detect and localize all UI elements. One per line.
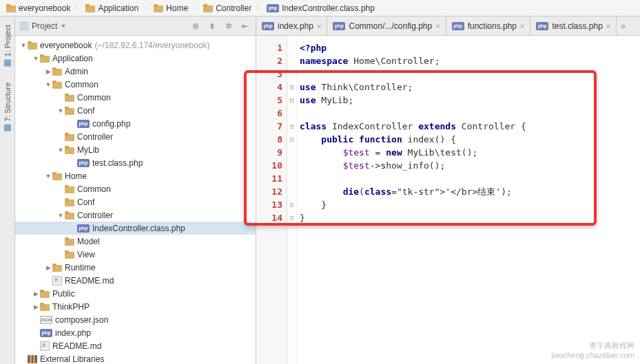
tree-node[interactable]: Application — [15, 52, 256, 65]
chevron-right-icon[interactable] — [32, 290, 40, 297]
tree-node[interactable]: Public — [15, 287, 256, 300]
chevron-right-icon[interactable] — [32, 303, 40, 310]
tree-node[interactable]: phpIndexController.class.php — [15, 222, 256, 235]
collapse-all-icon[interactable]: ⇟ — [206, 20, 218, 32]
line-number[interactable]: 6 — [256, 107, 282, 120]
tree-node[interactable]: Conf — [15, 195, 256, 208]
code-line[interactable]: use MyLib; — [300, 94, 640, 107]
chevron-right-icon[interactable] — [44, 68, 52, 75]
tabs-overflow-button[interactable]: » — [617, 17, 630, 35]
chevron-down-icon[interactable] — [44, 173, 52, 180]
folder-icon — [65, 107, 74, 115]
fold-toggle-icon[interactable]: ⊟ — [287, 81, 296, 94]
editor-tab-functions[interactable]: phpfunctions.php× — [446, 17, 531, 35]
editor-tab-config[interactable]: phpCommon/.../config.php× — [327, 17, 446, 35]
tree-node[interactable]: Common — [15, 91, 256, 104]
line-number[interactable]: 11 — [256, 172, 282, 185]
close-icon[interactable]: × — [520, 22, 524, 30]
fold-column[interactable]: ⊟⊟⊟⊟⊡⊡ — [287, 36, 297, 364]
tree-node[interactable]: Controller — [15, 130, 256, 143]
fold-toggle-icon[interactable]: ⊟ — [287, 133, 296, 146]
chevron-down-icon[interactable] — [56, 107, 65, 114]
code-line[interactable]: public function index() { — [300, 133, 640, 146]
crumb-file[interactable]: phpIndexController.class.php — [265, 3, 377, 13]
fold-empty — [287, 146, 296, 159]
side-tab-project[interactable]: 1: Project — [2, 22, 13, 69]
code-line[interactable]: use Think\Controller; — [300, 81, 640, 94]
crumb-application[interactable]: Application — [83, 3, 141, 13]
close-icon[interactable]: × — [606, 22, 610, 30]
chevron-right-icon[interactable] — [44, 264, 52, 271]
code-line[interactable]: die(class="tk-str">'</br>结束'); — [300, 185, 640, 198]
code-line[interactable]: $test = new MyLib\test(); — [300, 146, 640, 159]
watermark: 查字典教程网 jiaocheng.chazidian.com — [552, 341, 634, 360]
code-line[interactable]: } — [300, 198, 640, 211]
line-number[interactable]: 10 — [256, 159, 282, 172]
line-number[interactable]: 14 — [256, 211, 282, 224]
fold-toggle-icon[interactable]: ⊡ — [287, 211, 296, 224]
close-icon[interactable]: × — [435, 22, 440, 30]
tree-node[interactable]: phptest.class.php — [15, 156, 256, 169]
tree-node[interactable]: everyonebook(~/182.92.6.174/everyonebook… — [15, 39, 256, 52]
code-line[interactable]: $test->show_info(); — [300, 159, 640, 172]
code-line[interactable]: <?php — [300, 41, 640, 54]
project-tree[interactable]: everyonebook(~/182.92.6.174/everyonebook… — [15, 36, 256, 364]
code-line[interactable] — [300, 107, 640, 120]
hide-icon[interactable]: ⇤ — [239, 20, 251, 32]
code-editor[interactable]: <?phpnamespace Home\Controller; use Thin… — [297, 36, 640, 364]
tree-node[interactable]: View — [15, 248, 256, 261]
chevron-down-icon[interactable] — [56, 212, 65, 219]
tree-node[interactable]: Home — [15, 169, 256, 182]
chevron-down-icon[interactable] — [32, 55, 40, 62]
tree-node[interactable]: README.md — [15, 274, 256, 287]
line-number-gutter[interactable]: 1234567891011121314 — [256, 36, 287, 364]
tree-node[interactable]: Admin — [15, 65, 256, 78]
close-icon[interactable]: × — [317, 22, 321, 30]
tree-node[interactable]: phpindex.php — [15, 326, 256, 339]
side-tab-structure[interactable]: 7: Structure — [2, 80, 13, 134]
fold-toggle-icon[interactable]: ⊟ — [287, 120, 296, 133]
tree-node[interactable]: Common — [15, 78, 256, 91]
line-number[interactable]: 2 — [256, 54, 282, 67]
tree-node[interactable]: MyLib — [15, 143, 256, 156]
crumb-controller[interactable]: Controller — [201, 3, 254, 13]
panel-title[interactable]: Project — [19, 21, 65, 31]
code-line[interactable] — [300, 172, 640, 185]
line-number[interactable]: 12 — [256, 185, 282, 198]
editor-tab-index[interactable]: phpindex.php× — [256, 17, 327, 35]
scroll-from-source-icon[interactable]: ⊕ — [189, 20, 202, 32]
line-number[interactable]: 4 — [256, 81, 282, 94]
code-line[interactable]: } — [300, 211, 640, 224]
tree-label: Conf — [77, 197, 94, 207]
tree-node[interactable]: README.md — [15, 339, 256, 352]
chevron-down-icon[interactable] — [44, 81, 52, 88]
tree-node[interactable]: Model — [15, 235, 256, 248]
tree-node[interactable]: Runtime — [15, 261, 256, 274]
code-line[interactable] — [300, 67, 640, 81]
chevron-down-icon[interactable] — [19, 42, 28, 49]
line-number[interactable]: 5 — [256, 94, 282, 107]
tree-label: everyonebook(~/182.92.6.174/everyonebook… — [40, 41, 210, 50]
tree-node[interactable]: phpconfig.php — [15, 117, 256, 130]
crumb-home[interactable]: Home — [152, 3, 190, 13]
line-number[interactable]: 13 — [256, 198, 282, 211]
tree-node[interactable]: JSONcomposer.json — [15, 313, 256, 326]
tree-node[interactable]: External Libraries — [15, 352, 256, 364]
chevron-down-icon[interactable] — [56, 147, 65, 153]
tree-node[interactable]: Conf — [15, 104, 256, 117]
line-number[interactable]: 3 — [256, 67, 282, 81]
fold-toggle-icon[interactable]: ⊟ — [287, 94, 296, 107]
line-number[interactable]: 9 — [256, 146, 282, 159]
tree-node[interactable]: ThinkPHP — [15, 300, 256, 313]
tree-node[interactable]: Common — [15, 182, 256, 195]
tree-node[interactable]: Controller — [15, 208, 256, 222]
line-number[interactable]: 7 — [256, 120, 282, 133]
crumb-root[interactable]: everyonebook — [4, 3, 72, 13]
code-line[interactable]: class IndexController extends Controller… — [300, 120, 640, 133]
fold-toggle-icon[interactable]: ⊡ — [287, 198, 296, 211]
code-line[interactable]: namespace Home\Controller; — [300, 54, 640, 67]
editor-tab-test[interactable]: phptest.class.php× — [530, 17, 617, 35]
settings-icon[interactable]: ✲ — [223, 20, 235, 32]
line-number[interactable]: 8 — [256, 133, 282, 146]
line-number[interactable]: 1 — [256, 41, 282, 54]
